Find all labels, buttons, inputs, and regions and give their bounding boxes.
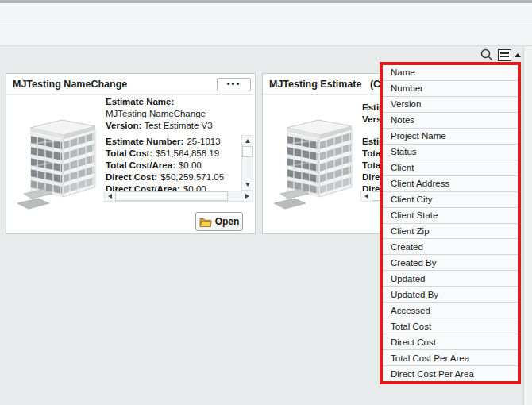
scroll-left-button[interactable] (105, 191, 115, 201)
menu-item[interactable]: Notes (383, 113, 518, 129)
card-header: MJTesting NameChange ••• (6, 74, 255, 94)
menu-item[interactable]: Total Cost (383, 318, 518, 334)
menu-item[interactable]: Updated By (383, 287, 518, 303)
menu-item[interactable]: Client (383, 160, 518, 176)
search-icon[interactable] (480, 48, 494, 62)
detail-value: $51,564,858.19 (156, 148, 219, 158)
open-button[interactable]: Open (195, 212, 243, 231)
vertical-scroll-thumb[interactable] (242, 146, 253, 157)
building-icon (272, 117, 361, 212)
toolbar-band-1 (0, 3, 532, 25)
estimate-detail-row: Total Cost:$51,564,858.19 (106, 148, 241, 160)
menu-item[interactable]: Client Zip (383, 224, 518, 240)
card-title: MJTesting Estimate (Cl (269, 74, 384, 94)
version-value: Test Estimate V3 (144, 121, 212, 130)
detail-value: 25-1013 (187, 137, 220, 146)
estimate-details-scrollpane: Estimate Number:25-1013Total Cost:$51,56… (104, 135, 253, 202)
menu-item[interactable]: Client State (383, 208, 518, 224)
menu-item[interactable]: Client City (383, 192, 518, 208)
details-vertical-scrollbar[interactable] (241, 135, 253, 191)
view-options-button[interactable] (498, 48, 522, 62)
menu-item[interactable]: Client Address (383, 176, 518, 192)
toolbar-band-2 (0, 25, 532, 46)
detail-label: Total Cost/Area: (106, 160, 175, 170)
estimate-name-value: MJTesting NameChange (106, 109, 206, 118)
more-options-button[interactable]: ••• (217, 78, 251, 91)
horizontal-scroll-thumb[interactable] (115, 191, 228, 201)
detail-label: Total Cost: (106, 148, 152, 158)
menu-item[interactable]: Project Name (383, 129, 518, 145)
menu-item[interactable]: Updated (383, 271, 518, 287)
menu-item[interactable]: Direct Cost Per Area (383, 366, 518, 381)
vertical-scrollbar-track[interactable] (523, 46, 532, 405)
menu-item[interactable]: Direct Cost (383, 334, 518, 350)
estimate-detail-row: Total Cost/Area:$0.00 (106, 160, 241, 172)
column-chooser-menu: NameNumberVersionNotesProject NameStatus… (380, 62, 521, 384)
estimate-card[interactable]: MJTesting NameChange ••• (6, 73, 256, 234)
detail-label: Direct Cost: (106, 172, 157, 182)
menu-item[interactable]: Number (383, 81, 518, 97)
menu-item[interactable]: Status (383, 145, 518, 160)
estimate-detail-row: Estimate Number:25-1013 (106, 136, 241, 148)
detail-value: $0.00 (179, 160, 202, 170)
menu-item[interactable]: Version (383, 97, 518, 113)
detail-value: $50,259,571.05 (160, 172, 224, 182)
card-title: MJTesting NameChange (13, 74, 127, 94)
building-icon (16, 117, 105, 212)
scroll-left-button[interactable] (361, 191, 372, 201)
version-label: Version: (106, 121, 141, 130)
details-horizontal-scrollbar[interactable] (104, 191, 253, 202)
estimate-name-label: Estimate Name: (106, 97, 174, 106)
detail-label: Estimate Number: (106, 137, 183, 146)
menu-item[interactable]: Accessed (383, 303, 518, 318)
menu-item[interactable]: Created By (383, 255, 518, 271)
menu-item[interactable]: Created (383, 239, 518, 255)
estimate-detail-row: Direct Cost:$50,259,571.05 (106, 172, 241, 183)
scroll-down-button[interactable] (242, 179, 253, 190)
chevron-up-icon (515, 53, 521, 57)
list-view-icon (498, 49, 511, 61)
menu-item[interactable]: Name (383, 65, 518, 81)
scroll-right-button[interactable] (242, 191, 253, 201)
app-window: MJTesting NameChange ••• (0, 0, 532, 405)
open-folder-icon (199, 217, 212, 227)
scroll-up-button[interactable] (242, 136, 253, 146)
menu-item[interactable]: Total Cost Per Area (383, 350, 518, 366)
open-button-label: Open (215, 216, 240, 227)
estimate-summary: Estimate Name: MJTesting NameChange Vers… (106, 96, 213, 132)
